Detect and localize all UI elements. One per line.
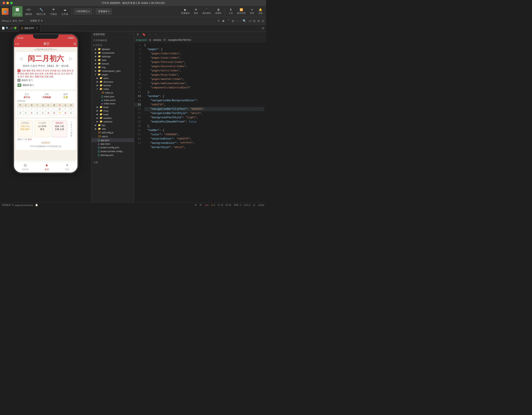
tree-item-index-wxss[interactable]: ◈ index.wxss <box>92 102 134 105</box>
tree-item-index-wxml[interactable]: ◈ index.wxml <box>92 99 134 102</box>
compile-button[interactable]: 普通编译 ▾ <box>96 9 112 14</box>
tree-item-app-json[interactable]: {} app.json <box>92 138 134 142</box>
line-num-18: 18 <box>134 116 141 120</box>
tree-item-index-json[interactable]: {} index.json <box>92 95 134 99</box>
more-icon[interactable]: ⋯ <box>236 19 239 23</box>
phone-tab-almanac-icon: ● <box>45 163 48 168</box>
tree-item-index[interactable]: ▾ 📂 index <box>92 87 134 91</box>
split-editor-icon[interactable]: ⊟ <box>262 26 264 30</box>
editor-button[interactable]: </> 编辑器 <box>23 6 34 17</box>
tab-close-button[interactable]: ✕ <box>36 27 38 29</box>
cloud-button[interactable]: ☁ 云开发 <box>60 6 70 17</box>
split-icon[interactable]: ⊟ <box>262 19 264 23</box>
miniapp-mode-button[interactable]: 小程序模式 ▾ <box>74 9 92 14</box>
tree-item-sitemap[interactable]: {} sitemap.json <box>92 153 134 157</box>
js-file-icon: JS <box>98 135 101 138</box>
real-debug-button[interactable]: 📱 真机调试 <box>201 8 213 15</box>
tree-item-app-wxss[interactable]: ◈ app.wxss <box>92 142 134 146</box>
search-icon[interactable]: 🔍 <box>243 19 246 23</box>
phone-tab-almanac[interactable]: ● 黄历 <box>45 163 49 171</box>
tree-item-pages[interactable]: ▾ 📂 pages <box>92 73 134 76</box>
file-tree-more-icon[interactable]: ⋯ <box>130 33 132 36</box>
cal-arrow-left[interactable]: ◁ <box>34 48 36 51</box>
compile-run-button[interactable]: ▶ 普通编译 <box>179 8 191 15</box>
tree-item-tips[interactable]: ▶ 📁 tips <box>92 123 134 127</box>
upload-button[interactable]: ⬆ 上传 <box>227 8 235 15</box>
preview-button[interactable]: 👁 预览 <box>192 8 200 15</box>
tree-item-fortune[interactable]: ▶ 📁 fortune <box>92 62 134 65</box>
json-file-icon: {} <box>98 139 100 142</box>
tree-item-data[interactable]: ▶ 📁 data <box>92 58 134 62</box>
tree-item-astro[interactable]: ▶ 📁 astro <box>92 76 134 80</box>
tree-item-webview[interactable]: ▶ 📁 webview <box>92 120 134 123</box>
tree-item-project-config[interactable]: {} project.config.json <box>92 146 134 149</box>
js-file-icon: JS <box>98 131 101 134</box>
expand-icon[interactable]: ⊞ <box>232 19 234 23</box>
phone-icon[interactable]: 📱 <box>227 19 230 23</box>
back-icon[interactable]: ← <box>148 32 152 36</box>
eye-icon[interactable]: 👁 <box>200 204 202 207</box>
tree-label: tips <box>102 124 105 127</box>
tree-item-lunar[interactable]: ▶ 📁 lunar <box>92 105 134 109</box>
tree-item-components[interactable]: ▶ 📁 components <box>92 51 134 55</box>
close-button[interactable] <box>2 2 5 4</box>
tree-item-dailysign[interactable]: ▶ 📁 dailysign <box>92 55 134 58</box>
minimize-button[interactable] <box>6 2 9 4</box>
bookmark-icon[interactable]: 🔖 <box>141 32 146 36</box>
cal-arrow-right[interactable]: ▷ <box>56 48 57 51</box>
tree-item-index-js[interactable]: JS index.js <box>92 91 134 95</box>
line-num-23: 23 <box>134 137 141 141</box>
version-button[interactable]: 🔀 版本管理 <box>235 8 247 15</box>
tree-item-toast[interactable]: ▶ 📁 toast <box>92 112 134 116</box>
clear-cache-button[interactable]: 🗑 清缓存 <box>213 8 223 15</box>
error-count: ● 0 <box>205 204 209 207</box>
tab-app-json[interactable]: {} app.json ✕ <box>19 25 40 31</box>
folder-icon: 📁 <box>100 84 103 87</box>
detail-button[interactable]: ≡ 详情 <box>248 8 256 15</box>
minimap-toggle[interactable]: ☰ <box>136 32 140 36</box>
settings-icon[interactable]: ⚙ <box>257 19 260 23</box>
sh-v-4: 吉 <box>35 111 40 115</box>
refresh-icon[interactable]: ↻ <box>218 19 220 23</box>
jianchu-row: 建除十二神 执日 <box>18 138 74 141</box>
grid-icon[interactable]: ⊞ <box>253 19 256 23</box>
tree-item-weather[interactable]: ▶ 📁 weather <box>92 116 134 120</box>
simulate-button[interactable]: ⬜ 模拟器 <box>12 6 23 17</box>
line-num-13: 13 <box>134 94 141 99</box>
tree-item-adconfig-js[interactable]: JS adConfig.js <box>92 131 134 134</box>
debug-button[interactable]: 🔧 调试工具 <box>35 6 48 17</box>
lunar-next-button[interactable]: ▷ <box>69 56 72 61</box>
tree-item-img[interactable]: ▶ 📁 img <box>92 65 134 69</box>
tree-item-miniprogram-npm[interactable]: ▶ 📁 miniprogram_npm <box>92 69 134 73</box>
stop-icon[interactable]: ⏺ <box>222 19 225 23</box>
folder-open-icon: 📂 <box>98 73 101 76</box>
tree-item-mryy[interactable]: ▶ 📁 mryy <box>92 109 134 112</box>
phone-tabbar: ⊞ 万年历 ● 黄历 ✦ 节日 <box>14 162 77 173</box>
phone-tab-calendar[interactable]: ⊞ 万年历 <box>22 163 28 171</box>
branch-icon[interactable]: ⎇ <box>248 19 251 23</box>
code-line-16: "navigationBarTextStyle": "white", <box>144 111 264 116</box>
tree-item-discovery[interactable]: ▶ 📁 discovery <box>92 80 134 83</box>
copy-path-icon[interactable]: 📋 <box>35 204 38 207</box>
message-button[interactable]: 🔔 消息 <box>257 8 264 15</box>
visual-button[interactable]: 👁 可视化 <box>48 6 59 17</box>
phone-tab-calendar-label: 万年历 <box>22 168 28 171</box>
tree-item-festival[interactable]: ▶ 📁 festival <box>92 83 134 87</box>
phone-tab-festival[interactable]: ✦ 节日 <box>65 163 69 171</box>
hotreload-label[interactable]: 热重载 开 ▼ <box>30 19 43 22</box>
tree-item-babel[interactable]: ▶ 📁 @babel <box>92 47 134 51</box>
code-content[interactable]: { "pages": [ "pages/index/index", "pages… <box>142 42 266 202</box>
forward-icon[interactable]: → <box>153 32 158 36</box>
real-debug-label: 真机调试 <box>202 12 211 15</box>
simulator-panel: 14:16 100% ••• 黄历 ⊙ ◁ 2023年3月27日 ▾ ▷ <box>0 31 92 202</box>
settings-gear-icon[interactable]: ⚙ <box>195 204 197 207</box>
tree-item-utils[interactable]: ▶ 📁 utils <box>92 127 134 131</box>
tree-item-app-js[interactable]: JS app.js <box>92 134 134 138</box>
maximize-button[interactable] <box>10 2 13 4</box>
lunar-prev-button[interactable]: ◁ <box>19 56 22 61</box>
tree-item-project-private[interactable]: {} project.private.config... <box>92 149 134 153</box>
chevron-right-icon: ▶ <box>97 77 99 79</box>
top-toolbar: 🐟 ⬜ 模拟器 </> 编辑器 🔧 调试工具 👁 可视化 ☁ 云开发 小程序模式… <box>0 6 266 17</box>
avatar: 🐟 <box>2 8 9 15</box>
tree-label: toast <box>104 113 109 116</box>
